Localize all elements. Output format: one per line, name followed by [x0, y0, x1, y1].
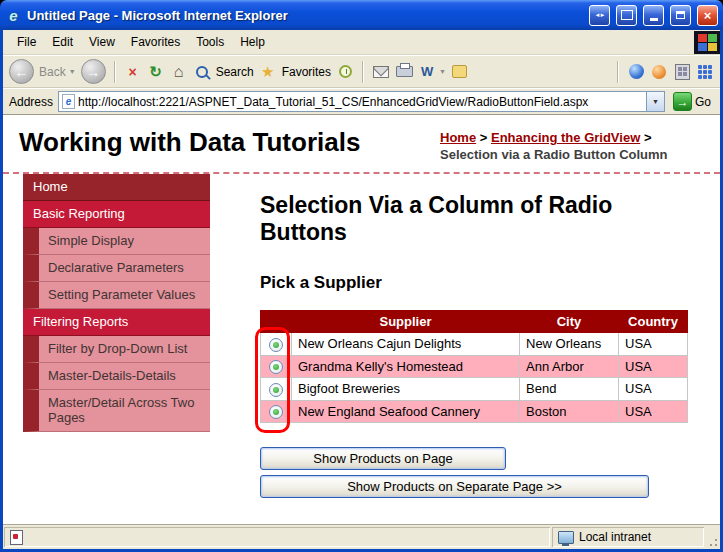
address-field-box: e ▼: [58, 91, 665, 112]
messenger-button[interactable]: [627, 63, 645, 81]
status-bar: Local intranet: [3, 524, 720, 549]
toolbar-separator: [362, 61, 364, 83]
cell-city: Ann Arbor: [520, 355, 619, 378]
table-row: Bigfoot Breweries Bend USA: [261, 378, 688, 401]
menu-tools[interactable]: Tools: [188, 32, 232, 52]
sidebar-item-master-details-details[interactable]: Master-Details-Details: [23, 363, 210, 390]
suppliers-gridview: Supplier City Country New Orleans Cajun …: [260, 310, 688, 423]
mail-button[interactable]: [372, 63, 390, 81]
menu-favorites[interactable]: Favorites: [123, 32, 188, 52]
favorites-label[interactable]: Favorites: [282, 65, 331, 79]
sidebar-item-basic-reporting[interactable]: Basic Reporting: [23, 201, 210, 228]
cell-country: USA: [619, 378, 688, 401]
cell-country: USA: [619, 355, 688, 378]
stop-button[interactable]: ×: [124, 63, 142, 81]
menu-file[interactable]: File: [9, 32, 44, 52]
sidebar-item-declarative-parameters[interactable]: Declarative Parameters: [23, 255, 210, 282]
address-bar: Address e ▼ → Go: [3, 88, 720, 115]
supplier-radio[interactable]: [269, 360, 283, 374]
maximize-button[interactable]: [670, 5, 691, 26]
column-header-city: City: [520, 310, 619, 332]
back-button[interactable]: ←: [9, 59, 34, 84]
resize-grip[interactable]: [705, 525, 720, 549]
refresh-button[interactable]: ↻: [147, 63, 165, 81]
go-arrow-icon: →: [673, 92, 692, 111]
go-label: Go: [695, 95, 711, 109]
document-status-icon: [10, 530, 23, 545]
print-icon: [396, 66, 413, 77]
search-label[interactable]: Search: [216, 65, 254, 79]
cell-country: USA: [619, 400, 688, 423]
search-button[interactable]: [193, 63, 211, 81]
sidebar-item-setting-parameter-values[interactable]: Setting Parameter Values: [23, 282, 210, 309]
site-title: Working with Data Tutorials: [19, 127, 360, 158]
browser-window: e Untitled Page - Microsoft Internet Exp…: [0, 0, 723, 552]
favorites-button[interactable]: ★: [259, 63, 277, 81]
go-button[interactable]: → Go: [670, 92, 714, 111]
page-body: Home Basic Reporting Simple Display Decl…: [3, 174, 720, 524]
show-products-on-separate-page-button[interactable]: Show Products on Separate Page >>: [260, 475, 649, 498]
swap-arrows-icon: ◄►: [595, 12, 605, 18]
table-row: New England Seafood Cannery Boston USA: [261, 400, 688, 423]
radio-dot-icon: [273, 342, 279, 348]
history-button[interactable]: [336, 63, 354, 81]
edit-dropdown-icon[interactable]: ▼: [439, 68, 446, 75]
breadcrumb-link-enhancing-gridview[interactable]: Enhancing the GridView: [491, 130, 640, 145]
page-title: Selection Via a Column of Radio Buttons: [260, 192, 620, 247]
sidebar-item-simple-display[interactable]: Simple Display: [23, 228, 210, 255]
supplier-radio[interactable]: [269, 338, 283, 352]
globe-icon: [629, 64, 644, 79]
print-button[interactable]: [395, 63, 413, 81]
radio-dot-icon: [273, 409, 279, 415]
cell-supplier: Grandma Kelly's Homestead: [292, 355, 520, 378]
radio-dot-icon: [273, 387, 279, 393]
supplier-radio[interactable]: [269, 405, 283, 419]
home-button[interactable]: ⌂: [170, 63, 188, 81]
toolbar-separator: [114, 61, 116, 83]
close-icon: ×: [704, 8, 712, 23]
edit-with-word-button[interactable]: W: [418, 63, 436, 81]
cell-supplier: New England Seafood Cannery: [292, 400, 520, 423]
window-swap-button[interactable]: ◄►: [589, 5, 610, 26]
address-label: Address: [9, 95, 53, 109]
forward-button[interactable]: →: [81, 59, 106, 84]
action-buttons: Show Products on Page Show Products on S…: [260, 447, 702, 498]
column-header-country: Country: [619, 310, 688, 332]
minimize-button[interactable]: [643, 5, 664, 26]
maximize-icon: [676, 11, 685, 19]
show-products-on-page-button[interactable]: Show Products on Page: [260, 447, 506, 470]
sidebar-item-filtering-reports[interactable]: Filtering Reports: [23, 309, 210, 336]
discuss-icon: [452, 65, 467, 78]
sidebar-item-master-detail-two-pages[interactable]: Master/Detail Across Two Pages: [23, 390, 210, 432]
cell-city: Bend: [520, 378, 619, 401]
breadcrumb-link-home[interactable]: Home: [440, 130, 476, 145]
page-viewport: Working with Data Tutorials Home > Enhan…: [3, 115, 720, 524]
table-row: Grandma Kelly's Homestead Ann Arbor USA: [261, 355, 688, 378]
address-dropdown-button[interactable]: ▼: [646, 92, 664, 111]
discuss-button[interactable]: [451, 63, 469, 81]
breadcrumb-separator: >: [644, 130, 652, 145]
menu-view[interactable]: View: [81, 32, 123, 52]
column-header-supplier: Supplier: [292, 310, 520, 332]
sidebar-item-filter-by-dropdown-list[interactable]: Filter by Drop-Down List: [23, 336, 210, 363]
breadcrumb-separator: >: [480, 130, 488, 145]
page-icon: e: [62, 94, 75, 109]
windows-throbber-icon: [694, 31, 720, 54]
window-screen-button[interactable]: [616, 5, 637, 26]
cell-city: New Orleans: [520, 332, 619, 355]
address-input[interactable]: [78, 95, 646, 109]
menu-help[interactable]: Help: [232, 32, 273, 52]
quick-launch-button[interactable]: [696, 63, 714, 81]
sidebar-item-home[interactable]: Home: [23, 174, 210, 201]
section-subtitle: Pick a Supplier: [260, 273, 702, 293]
calculator-button[interactable]: [673, 63, 691, 81]
supplier-radio[interactable]: [269, 383, 283, 397]
menu-edit[interactable]: Edit: [44, 32, 81, 52]
research-button[interactable]: [650, 63, 668, 81]
close-button[interactable]: ×: [697, 5, 718, 26]
table-row: New Orleans Cajun Delights New Orleans U…: [261, 332, 688, 355]
back-dropdown-icon[interactable]: ▼: [69, 68, 76, 75]
orange-ball-icon: [652, 65, 666, 79]
back-label: Back: [39, 65, 66, 79]
screen-icon: [621, 10, 633, 20]
